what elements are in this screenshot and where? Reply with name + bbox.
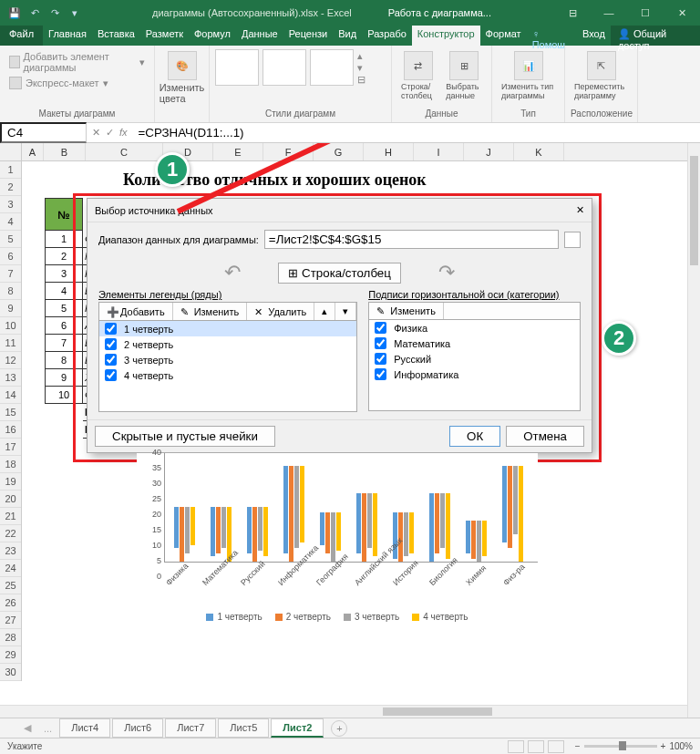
row-header[interactable]: 9 [0,300,21,317]
gallery-down-icon[interactable]: ▾ [357,62,365,74]
worksheet-grid[interactable]: ABCDEFGHIJK 1234567891011121314151617181… [0,143,700,710]
tab-design[interactable]: Конструктор [412,26,480,46]
legend-item[interactable]: 3 четверть [99,352,356,367]
embedded-chart[interactable]: 4035302520151050 ФизикаМатематикаРусский… [137,453,538,645]
undo-icon[interactable]: ↶ [27,5,42,20]
column-header[interactable]: C [86,143,163,160]
sheet-tab[interactable]: Лист2 [271,718,324,738]
legend-add-button[interactable]: ➕Добавить [99,303,173,320]
select-all-cell[interactable] [0,143,22,160]
switch-row-column-button[interactable]: ⇄ Строка/столбец [397,49,438,102]
cancel-formula-icon[interactable]: ✕ [92,127,100,139]
hidden-cells-button[interactable]: Скрытые и пустые ячейки [95,426,275,447]
legend-item[interactable]: 2 четверть [99,336,356,352]
row-header[interactable]: 19 [0,473,21,491]
row-header[interactable]: 14 [0,387,21,404]
sheet-tab[interactable]: Лист5 [218,718,269,738]
category-checkbox[interactable] [375,353,386,365]
tab-layout[interactable]: Разметк [140,26,189,46]
minimize-icon[interactable]: — [591,0,627,26]
tab-review[interactable]: Рецензи [283,26,334,46]
redo-icon[interactable]: ↷ [47,5,62,20]
add-chart-element-button[interactable]: Добавить элемент диаграммы ▾ [5,49,149,75]
add-sheet-button[interactable]: + [331,720,347,737]
tab-developer[interactable]: Разрабо [362,26,412,46]
row-header[interactable]: 2 [0,179,21,196]
category-item[interactable]: Физика [369,320,580,336]
row-header[interactable]: 29 [0,646,21,664]
change-colors-button[interactable]: 🎨 Изменить цвета [160,49,203,106]
category-checkbox[interactable] [375,368,386,380]
gallery-more-icon[interactable]: ⊟ [357,74,365,86]
tab-formulas[interactable]: Формул [189,26,236,46]
legend-checkbox[interactable] [105,323,117,335]
zoom-out-icon[interactable]: − [575,741,581,751]
category-item[interactable]: Информатика [369,367,580,382]
page-layout-view-icon[interactable] [528,740,544,753]
tab-data[interactable]: Данные [236,26,283,46]
cancel-button[interactable]: Отмена [506,426,584,447]
tab-view[interactable]: Вид [333,26,362,46]
category-item[interactable]: Математика [369,336,580,351]
category-checkbox[interactable] [375,322,386,334]
ribbon-options-icon[interactable]: ⊟ [554,0,591,26]
chart-range-input[interactable] [264,230,559,249]
row-header[interactable]: 5 [0,231,21,248]
vertical-scrollbar[interactable] [687,143,700,718]
tab-format[interactable]: Формат [480,26,527,46]
category-checkbox[interactable] [375,337,386,349]
collapse-dialog-icon[interactable] [564,232,581,248]
tab-share[interactable]: 👤 Общий доступ [611,26,700,46]
sheet-tab[interactable]: Лист6 [112,718,163,738]
normal-view-icon[interactable] [508,740,524,753]
zoom-level[interactable]: 100% [669,741,693,751]
row-header[interactable]: 16 [0,421,21,439]
zoom-slider[interactable] [584,745,657,748]
row-header[interactable]: 22 [0,525,21,542]
tab-home[interactable]: Главная [43,26,92,46]
column-header[interactable]: A [22,143,44,160]
gallery-up-icon[interactable]: ▴ [357,50,365,62]
save-icon[interactable]: 💾 [7,5,22,20]
row-header[interactable]: 18 [0,456,21,473]
row-header[interactable]: 20 [0,491,21,508]
qat-more-icon[interactable]: ▾ [67,5,82,20]
tab-nav-prev[interactable]: ◀ [18,722,36,734]
chart-style-thumb[interactable] [215,49,259,86]
row-header[interactable]: 26 [0,594,21,612]
row-header[interactable]: 17 [0,439,21,456]
legend-checkbox[interactable] [105,354,117,366]
legend-item[interactable]: 4 четверть [99,367,356,383]
row-header[interactable]: 13 [0,369,21,387]
row-header[interactable]: 6 [0,248,21,265]
category-list[interactable]: Физика Математика Русский Информатика [368,320,581,411]
row-header[interactable]: 8 [0,283,21,300]
fx-icon[interactable]: fx [119,127,128,139]
select-data-button[interactable]: ⊞ Выбрать данные [442,49,486,102]
zoom-in-icon[interactable]: + [661,741,666,751]
sheet-tab[interactable]: Лист4 [59,718,110,738]
enter-formula-icon[interactable]: ✓ [106,127,114,139]
move-down-button[interactable]: ▾ [335,303,356,320]
zoom-control[interactable]: − + 100% [575,741,693,751]
change-chart-type-button[interactable]: 📊 Изменить тип диаграммы [498,49,559,102]
row-header[interactable]: 28 [0,629,21,646]
row-header[interactable]: 3 [0,196,21,213]
row-header[interactable]: 10 [0,317,21,335]
move-chart-button[interactable]: ⇱ Переместить диаграмму [571,49,632,102]
tab-login[interactable]: Вход [577,26,611,46]
chart-style-thumb[interactable] [262,49,306,86]
move-up-button[interactable]: ▴ [314,303,335,320]
category-edit-button[interactable]: ✎Изменить [369,303,444,319]
row-header[interactable]: 30 [0,664,21,681]
name-box[interactable] [0,122,87,143]
switch-row-column-dialog-button[interactable]: ⊞Строка/столбец [278,263,401,284]
quick-layout-button[interactable]: Экспресс-макет ▾ [5,75,149,91]
row-header[interactable]: 25 [0,577,21,594]
tab-nav-more[interactable]: ... [38,723,57,734]
row-header[interactable]: 1 [0,161,21,179]
page-break-view-icon[interactable] [548,740,564,753]
row-header[interactable]: 21 [0,508,21,525]
row-header[interactable]: 24 [0,560,21,577]
formula-input[interactable] [133,124,700,141]
